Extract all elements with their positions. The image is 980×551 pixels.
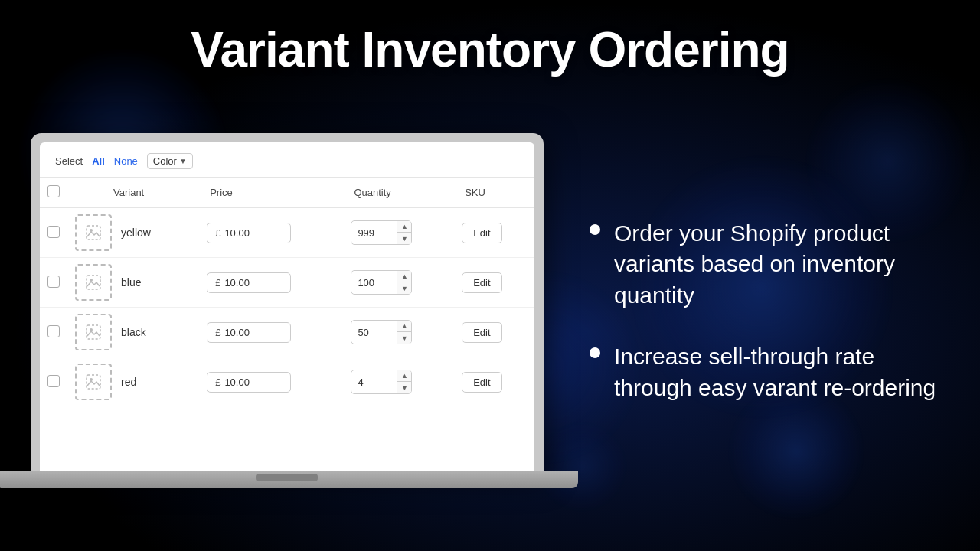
qty-input-3[interactable]: 4 ▲ ▼	[351, 370, 412, 394]
row-edit-cell: Edit	[454, 208, 534, 258]
bullet-dot-2	[590, 347, 600, 358]
laptop-base	[0, 471, 578, 488]
page-title: Variant Inventory Ordering	[0, 0, 980, 93]
filter-color-label: Color	[153, 155, 177, 167]
row-edit-cell: Edit	[454, 357, 534, 407]
row-variant-cell: blue	[67, 258, 199, 308]
page-content: Variant Inventory Ordering Select All No…	[0, 0, 980, 551]
price-val-0: 10.00	[224, 227, 250, 239]
svg-rect-6	[87, 375, 100, 389]
row-price-cell: £ 10.00	[199, 258, 343, 308]
variant-cell-2: black	[75, 314, 191, 350]
qty-down-1[interactable]: ▼	[397, 282, 411, 294]
row-variant-cell: black	[67, 308, 199, 357]
variant-cell-1: blue	[75, 264, 191, 301]
bullet-item-1: Order your Shopify product variants base…	[590, 218, 949, 311]
row-checkbox-2[interactable]	[47, 325, 60, 337]
table-row: black £ 10.00 50 ▲ ▼ Edit	[40, 308, 534, 357]
svg-rect-4	[87, 325, 100, 339]
variant-image-2	[75, 314, 112, 350]
bullets-section: Order your Shopify product variants base…	[574, 218, 949, 404]
row-price-cell: £ 10.00	[199, 357, 343, 407]
row-edit-cell: Edit	[454, 308, 534, 357]
bullet-text-2: Increase sell-through rate through easy …	[614, 341, 949, 403]
laptop-bezel: Select All None Color ▼	[31, 133, 544, 471]
edit-button-3[interactable]: Edit	[462, 372, 501, 393]
svg-rect-0	[87, 226, 100, 240]
bullet-item-2: Increase sell-through rate through easy …	[590, 341, 949, 403]
table-header-row: Variant Price Quantity SKU	[40, 178, 534, 208]
variant-table: Variant Price Quantity SKU	[40, 178, 534, 406]
price-val-1: 10.00	[224, 277, 250, 289]
row-variant-cell: red	[67, 357, 199, 407]
variant-image-1	[75, 264, 112, 301]
edit-button-2[interactable]: Edit	[462, 322, 501, 343]
variant-name-0: yellow	[121, 227, 151, 239]
variant-name-1: blue	[121, 276, 141, 289]
table-row: red £ 10.00 4 ▲ ▼ Edit	[40, 357, 534, 407]
row-checkbox-cell	[40, 308, 67, 357]
th-price: Price	[199, 178, 343, 208]
bullet-dot-1	[590, 224, 600, 235]
row-qty-cell: 999 ▲ ▼	[343, 208, 454, 258]
laptop-screen: Select All None Color ▼	[40, 142, 534, 471]
qty-input-0[interactable]: 999 ▲ ▼	[351, 220, 412, 245]
filter-bar: Select All None Color ▼	[40, 142, 534, 178]
qty-spinners-1: ▲ ▼	[397, 271, 411, 294]
qty-down-3[interactable]: ▼	[397, 382, 411, 393]
price-sym-1: £	[215, 277, 220, 289]
header-checkbox[interactable]	[47, 185, 60, 197]
price-input-0[interactable]: £ 10.00	[207, 223, 291, 243]
qty-up-2[interactable]: ▲	[397, 321, 411, 332]
qty-down-0[interactable]: ▼	[397, 233, 411, 244]
row-price-cell: £ 10.00	[199, 308, 343, 357]
variant-cell-0: yellow	[75, 214, 191, 251]
price-input-1[interactable]: £ 10.00	[207, 272, 291, 293]
row-checkbox-cell	[40, 357, 67, 407]
row-qty-cell: 4 ▲ ▼	[343, 357, 454, 407]
price-val-2: 10.00	[224, 327, 250, 338]
variant-image-3	[75, 364, 112, 400]
table-row: yellow £ 10.00 999 ▲ ▼ Edit	[40, 208, 534, 258]
qty-up-3[interactable]: ▲	[397, 370, 411, 382]
th-sku: SKU	[454, 178, 534, 208]
row-checkbox-cell	[40, 258, 67, 308]
qty-down-2[interactable]: ▼	[397, 332, 411, 344]
price-sym-2: £	[215, 327, 220, 338]
main-area: Select All None Color ▼	[0, 93, 980, 551]
qty-input-2[interactable]: 50 ▲ ▼	[351, 320, 412, 344]
screen-content: Select All None Color ▼	[40, 142, 534, 406]
qty-input-1[interactable]: 100 ▲ ▼	[351, 270, 412, 295]
edit-button-1[interactable]: Edit	[462, 272, 501, 293]
color-dropdown-arrow: ▼	[179, 157, 187, 165]
qty-up-1[interactable]: ▲	[397, 271, 411, 282]
laptop-wrapper: Select All None Color ▼	[31, 133, 544, 488]
row-qty-cell: 50 ▲ ▼	[343, 308, 454, 357]
filter-none-button[interactable]: None	[114, 155, 138, 167]
table-row: blue £ 10.00 100 ▲ ▼ Edit	[40, 258, 534, 308]
filter-color-dropdown[interactable]: Color ▼	[147, 153, 193, 169]
th-variant: Variant	[67, 178, 199, 208]
row-price-cell: £ 10.00	[199, 208, 343, 258]
edit-button-0[interactable]: Edit	[462, 223, 501, 243]
variant-name-2: black	[121, 326, 146, 338]
filter-all-button[interactable]: All	[92, 155, 105, 167]
qty-spinners-2: ▲ ▼	[397, 321, 411, 344]
variant-cell-3: red	[75, 364, 191, 400]
price-input-2[interactable]: £ 10.00	[207, 322, 291, 343]
price-input-3[interactable]: £ 10.00	[207, 372, 291, 393]
qty-spinners-0: ▲ ▼	[397, 221, 411, 244]
qty-spinners-3: ▲ ▼	[397, 370, 411, 393]
th-quantity: Quantity	[343, 178, 454, 208]
row-checkbox-cell	[40, 208, 67, 258]
svg-rect-2	[87, 276, 100, 289]
row-checkbox-3[interactable]	[47, 375, 60, 387]
row-checkbox-0[interactable]	[47, 226, 60, 238]
row-checkbox-1[interactable]	[47, 276, 60, 288]
row-edit-cell: Edit	[454, 258, 534, 308]
select-label: Select	[55, 155, 83, 167]
bullet-text-1: Order your Shopify product variants base…	[614, 218, 949, 311]
th-checkbox	[40, 178, 67, 208]
qty-up-0[interactable]: ▲	[397, 221, 411, 233]
qty-val-2: 50	[351, 323, 397, 342]
